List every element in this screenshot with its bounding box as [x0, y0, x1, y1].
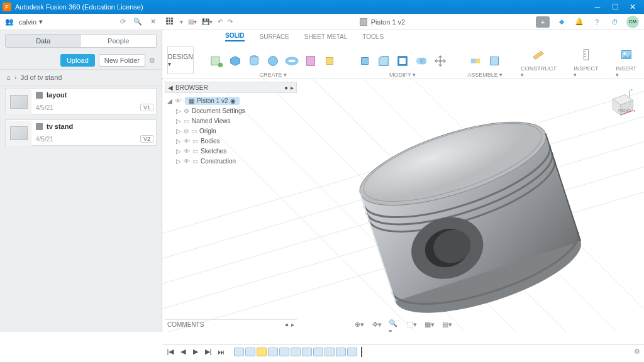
timeline-settings-icon[interactable]: ⚙ [634, 348, 640, 356]
group-label-assemble[interactable]: ASSEMBLE ▾ [467, 72, 502, 78]
search-icon[interactable]: 🔍 [132, 16, 143, 28]
chevron-left-icon[interactable]: ◀ [168, 84, 173, 91]
press-pull-icon[interactable] [356, 52, 374, 70]
zoom-icon[interactable]: 🔍▾ [389, 319, 400, 329]
fit-icon[interactable]: ⬚▾ [406, 319, 418, 329]
visibility-icon[interactable]: 👁 [184, 148, 190, 155]
combine-icon[interactable] [413, 52, 430, 70]
timeline-steps[interactable] [234, 348, 357, 356]
box-icon[interactable] [226, 52, 244, 70]
job-status-icon[interactable]: ⏱ [609, 16, 620, 28]
group-label-create[interactable]: CREATE ▾ [259, 72, 286, 78]
team-dropdown[interactable]: calvin ▾ [19, 18, 43, 26]
radio-icon[interactable]: ◉ [230, 97, 236, 104]
sphere-icon[interactable] [264, 52, 282, 70]
group-label-modify[interactable]: MODIFY ▾ [389, 72, 416, 78]
grid-icon[interactable]: ▤▾ [441, 319, 453, 329]
timeline-step[interactable] [325, 348, 335, 356]
timeline-step[interactable] [291, 348, 301, 356]
save-icon[interactable]: 💾▾ [202, 18, 213, 25]
timeline-step[interactable] [257, 348, 267, 356]
timeline-step[interactable] [313, 348, 323, 356]
chevron-right-icon[interactable]: ▸ [291, 321, 294, 328]
chevron-right-icon[interactable]: ▸ [291, 84, 294, 91]
timeline-next-button[interactable]: ▶| [204, 348, 213, 356]
file-item[interactable]: tv stand 4/5/21 V2 [5, 119, 157, 146]
cylinder-icon[interactable] [245, 52, 263, 70]
apps-grid-icon[interactable] [166, 18, 175, 26]
new-folder-button[interactable]: New Folder [99, 54, 145, 67]
breadcrumb-folder[interactable]: 3d of tv stand [20, 74, 62, 81]
chevron-down-icon[interactable]: ▾ [180, 18, 183, 25]
timeline-step[interactable] [234, 348, 244, 356]
refresh-icon[interactable]: ⟳ [117, 16, 128, 28]
measure-icon[interactable] [577, 45, 595, 64]
notifications-icon[interactable]: 🔔 [574, 16, 585, 28]
breadcrumb[interactable]: ⌂ › 3d of tv stand [0, 69, 162, 85]
pan-icon[interactable]: ✥▾ [371, 319, 382, 329]
move-icon[interactable] [431, 52, 449, 70]
timeline-step[interactable] [268, 348, 278, 356]
tree-node[interactable]: ▷👁▭Construction [176, 156, 294, 166]
visibility-off-icon[interactable]: ⊘ [184, 128, 189, 134]
file-version[interactable]: V1 [140, 104, 153, 111]
timeline-end-button[interactable]: ⏭ [216, 348, 225, 356]
gear-icon[interactable]: ⚙ [184, 107, 189, 114]
group-label-insert[interactable]: INSERT ▾ [616, 65, 636, 78]
group-label-inspect[interactable]: INSPECT ▾ [574, 65, 598, 78]
view-cube[interactable]: z FRONT x [602, 87, 636, 121]
as-built-joint-icon[interactable] [486, 52, 503, 70]
browser-header[interactable]: ◀ BROWSER ●▸ [165, 82, 297, 93]
group-label-construct[interactable]: CONSTRUCT ▾ [521, 65, 556, 78]
tab-people[interactable]: People [81, 35, 157, 47]
timeline-prev-button[interactable]: ◀ [179, 348, 187, 356]
folder-icon[interactable]: ▭ [184, 118, 189, 124]
timeline-step[interactable] [245, 348, 255, 356]
file-menu-icon[interactable]: ▤▾ [188, 18, 197, 25]
tree-node[interactable]: ▷⚙Document Settings [176, 106, 294, 116]
tab-data[interactable]: Data [6, 35, 81, 47]
help-icon[interactable]: ? [591, 16, 602, 28]
extensions-icon[interactable]: ◆ [556, 16, 567, 28]
tree-root[interactable]: ◢👁▦Piston 1 v2◉ [167, 96, 294, 106]
tab-sheet-metal[interactable]: SHEET METAL [304, 33, 348, 41]
tab-surface[interactable]: SURFACE [260, 33, 289, 41]
piston-model[interactable] [313, 92, 628, 332]
file-item[interactable]: layout 4/5/21 V1 [5, 88, 157, 114]
visibility-icon[interactable]: 👁 [184, 138, 190, 145]
redo-icon[interactable]: ↷ [228, 18, 233, 25]
orbit-icon[interactable]: ⊕▾ [353, 319, 365, 329]
visibility-icon[interactable]: 👁 [184, 158, 190, 165]
minimize-button[interactable]: ─ [589, 0, 606, 14]
timeline-start-button[interactable]: |◀ [166, 348, 175, 356]
home-icon[interactable]: ⌂ [6, 74, 11, 81]
tree-node[interactable]: ▷👁▭Sketches [176, 146, 294, 156]
maximize-button[interactable]: ☐ [606, 0, 624, 14]
insert-image-icon[interactable] [618, 45, 635, 64]
sketch-icon[interactable] [208, 52, 225, 70]
new-tab-button[interactable]: + [536, 16, 550, 28]
timeline-step[interactable] [279, 348, 289, 356]
timeline-step[interactable] [347, 348, 357, 356]
shell-icon[interactable] [394, 52, 411, 70]
pipe-icon[interactable] [321, 52, 338, 70]
close-panel-icon[interactable]: ✕ [147, 16, 158, 28]
joint-icon[interactable] [467, 52, 484, 70]
file-version[interactable]: V2 [140, 135, 153, 143]
timeline-step[interactable] [336, 348, 346, 356]
close-window-button[interactable]: ✕ [624, 0, 641, 14]
tree-node[interactable]: ▷⊘▭Origin [176, 126, 294, 136]
viewport-3d[interactable]: ◀ BROWSER ●▸ ◢👁▦Piston 1 v2◉ ▷⚙Document … [162, 79, 644, 332]
tree-node[interactable]: ▷▭Named Views [176, 116, 294, 126]
comments-bar[interactable]: COMMENTS ●▸ [165, 319, 297, 329]
timeline-play-button[interactable]: ▶ [191, 348, 200, 356]
undo-icon[interactable]: ↶ [218, 18, 223, 25]
panel-settings-icon[interactable]: ⚙ [149, 57, 155, 65]
tab-tools[interactable]: TOOLS [362, 33, 384, 41]
fillet-icon[interactable] [375, 52, 392, 70]
tree-node[interactable]: ▷👁▭Bodies [176, 136, 294, 146]
document-tab[interactable]: Piston 1 v2 [360, 18, 405, 26]
upload-button[interactable]: Upload [60, 54, 95, 67]
display-icon[interactable]: ▦▾ [424, 319, 435, 329]
coil-icon[interactable] [302, 52, 319, 70]
